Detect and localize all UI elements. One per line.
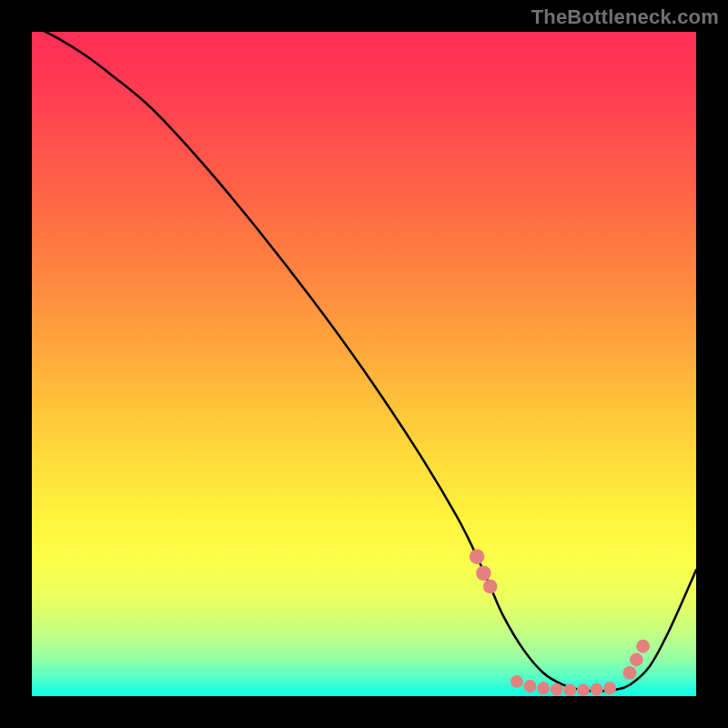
curve-marker: [511, 675, 523, 688]
curve-marker: [591, 683, 603, 696]
plot-area: [32, 32, 696, 696]
curve-marker: [476, 566, 491, 581]
curve-marker: [623, 666, 637, 680]
curve-marker: [603, 682, 616, 694]
curve-marker: [524, 680, 537, 693]
attribution-text: TheBottleneck.com: [531, 5, 719, 29]
curve-markers: [470, 549, 650, 696]
curve-marker: [563, 683, 576, 696]
bottleneck-curve: [32, 32, 696, 691]
curve-marker: [636, 640, 650, 653]
curve-marker: [470, 549, 485, 564]
curve-marker: [537, 682, 550, 694]
curve-marker: [551, 683, 563, 696]
curve-marker: [483, 580, 498, 594]
chart-frame: TheBottleneck.com: [0, 0, 728, 728]
curve-svg: [32, 32, 696, 696]
curve-marker: [577, 683, 590, 696]
curve-marker: [630, 652, 643, 666]
